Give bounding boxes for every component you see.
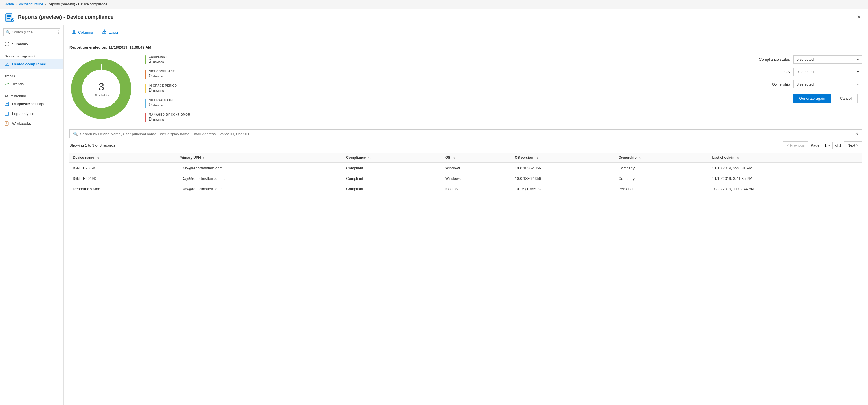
legend-count-not-compliant: 0 devices bbox=[149, 73, 175, 79]
columns-button[interactable]: Columns bbox=[69, 28, 95, 36]
svg-rect-19 bbox=[8, 122, 9, 126]
columns-label: Columns bbox=[78, 30, 93, 34]
sidebar-divider-3 bbox=[0, 90, 63, 90]
ownership-dropdown[interactable]: 3 selected ▾ bbox=[793, 80, 862, 89]
legend-text-grace: IN GRACE PERIOD 0 devices bbox=[149, 84, 177, 93]
report-content: Report generated on: 11/18/2019, 11:06:4… bbox=[64, 39, 868, 405]
legend-bar-compliant bbox=[145, 55, 146, 64]
log-analytics-icon bbox=[5, 111, 9, 116]
breadcrumb-intune[interactable]: Microsoft Intune bbox=[19, 2, 43, 6]
sort-icon-device-name[interactable]: ↑↓ bbox=[96, 156, 99, 159]
sidebar-collapse-button[interactable]: 《 bbox=[55, 30, 59, 35]
filter-row-compliance: Compliance status 5 selected ▾ bbox=[752, 55, 862, 64]
next-button[interactable]: Next > bbox=[844, 141, 862, 149]
sidebar-item-device-compliance[interactable]: Device compliance bbox=[0, 59, 63, 69]
legend-count-grace: 0 devices bbox=[149, 87, 177, 93]
sort-icon-os[interactable]: ↑↓ bbox=[453, 156, 456, 159]
cell-ownership: Company bbox=[615, 173, 709, 184]
search-clear-button[interactable]: ✕ bbox=[855, 132, 859, 136]
filter-row-ownership: Ownership 3 selected ▾ bbox=[752, 80, 862, 89]
device-compliance-icon bbox=[5, 62, 9, 66]
cell-device_name: IGNITE2019D bbox=[69, 173, 176, 184]
legend-count-compliant: 3 devices bbox=[149, 58, 167, 64]
trends-icon bbox=[5, 81, 9, 86]
sort-icon-os-version[interactable]: ↑↓ bbox=[535, 156, 538, 159]
sort-icon-compliance[interactable]: ↑↓ bbox=[368, 156, 371, 159]
sidebar-group-device-management: Device management bbox=[0, 52, 63, 59]
legend-status-not-compliant: NOT COMPLIANT bbox=[149, 70, 175, 73]
svg-rect-4 bbox=[7, 18, 10, 19]
data-table: Device name ↑↓ Primary UPN ↑↓ Compliance… bbox=[69, 153, 862, 194]
cell-device_name: Reporting's Mac bbox=[69, 184, 176, 194]
legend-count-configmgr: 0 devices bbox=[149, 116, 190, 122]
export-icon bbox=[102, 30, 107, 35]
chart-legend-area: 3 DEVICES COMPLIANT 3 devices bbox=[69, 55, 190, 122]
pagination-controls: < Previous Page 1 of 1 Next > bbox=[783, 141, 862, 149]
compliance-status-dropdown[interactable]: 5 selected ▾ bbox=[793, 55, 862, 64]
close-button[interactable]: ✕ bbox=[855, 13, 863, 22]
donut-label: DEVICES bbox=[94, 93, 109, 97]
sidebar-item-diagnostic-settings[interactable]: Diagnostic settings bbox=[0, 99, 63, 109]
cell-os_version: 10.0.18362.356 bbox=[511, 173, 615, 184]
page-select[interactable]: 1 bbox=[822, 142, 833, 149]
pagination-row: Showing 1 to 3 of 3 records < Previous P… bbox=[69, 141, 862, 149]
legend-status-configmgr: MANAGED BY CONFIGMGR bbox=[149, 113, 190, 116]
cell-os_version: 10.0.18362.356 bbox=[511, 163, 615, 173]
legend-item-2: IN GRACE PERIOD 0 devices bbox=[145, 84, 190, 93]
workbooks-icon bbox=[5, 121, 9, 126]
page-title: Reports (preview) - Device compliance bbox=[18, 14, 863, 20]
filter-label-compliance: Compliance status bbox=[752, 57, 790, 62]
legend-text-configmgr: MANAGED BY CONFIGMGR 0 devices bbox=[149, 113, 190, 122]
sidebar-item-label-workbooks: Workbooks bbox=[12, 122, 31, 126]
sort-icon-last-checkin[interactable]: ↑↓ bbox=[737, 156, 740, 159]
breadcrumb-sep2: › bbox=[45, 3, 46, 6]
table-row: IGNITE2019CLDay@reportmsftem.onm...Compl… bbox=[69, 163, 862, 173]
toolbar: Columns Export bbox=[64, 26, 868, 39]
report-generated-text: Report generated on: 11/18/2019, 11:06:4… bbox=[69, 45, 862, 49]
search-bar: 🔍 ✕ bbox=[69, 129, 862, 138]
cell-compliance: Compliant bbox=[343, 163, 442, 173]
cell-last_checkin: 11/10/2019, 3:41:35 PM bbox=[709, 173, 862, 184]
legend-status-grace: IN GRACE PERIOD bbox=[149, 84, 177, 87]
sidebar-divider-2 bbox=[0, 70, 63, 70]
sort-icon-primary-upn[interactable]: ↑↓ bbox=[203, 156, 206, 159]
breadcrumb-home[interactable]: Home bbox=[5, 2, 14, 6]
sidebar-item-label-log-analytics: Log analytics bbox=[12, 111, 34, 116]
os-dropdown[interactable]: 9 selected ▾ bbox=[793, 68, 862, 76]
sidebar-search-input[interactable] bbox=[3, 28, 60, 36]
legend-text-compliant: COMPLIANT 3 devices bbox=[149, 55, 167, 64]
cell-ownership: Company bbox=[615, 163, 709, 173]
chart-filter-row: 3 DEVICES COMPLIANT 3 devices bbox=[69, 55, 862, 122]
col-os-version: OS version ↑↓ bbox=[511, 153, 615, 163]
generate-again-button[interactable]: Generate again bbox=[793, 94, 831, 103]
of-label: of 1 bbox=[835, 143, 841, 147]
sidebar-item-log-analytics[interactable]: Log analytics bbox=[0, 109, 63, 119]
legend-bar-configmgr bbox=[145, 113, 146, 122]
col-compliance: Compliance ↑↓ bbox=[343, 153, 442, 163]
sidebar-item-trends[interactable]: Trends bbox=[0, 79, 63, 89]
legend-bar-not-evaluated bbox=[145, 99, 146, 108]
ownership-value: 3 selected bbox=[797, 82, 814, 87]
cell-primary_upn: LDay@reportmsftem.onm... bbox=[176, 163, 343, 173]
export-button[interactable]: Export bbox=[100, 28, 122, 36]
sort-icon-ownership[interactable]: ↑↓ bbox=[639, 156, 642, 159]
os-dropdown-chevron: ▾ bbox=[857, 70, 859, 74]
sidebar-group-azure-monitor: Azure monitor bbox=[0, 91, 63, 99]
filter-label-os: OS bbox=[752, 70, 790, 74]
legend-status-compliant: COMPLIANT bbox=[149, 55, 167, 58]
legend-text-not-evaluated: NOT EVALUATED 0 devices bbox=[149, 99, 175, 108]
table-header-row: Device name ↑↓ Primary UPN ↑↓ Compliance… bbox=[69, 153, 862, 163]
cancel-button[interactable]: Cancel bbox=[834, 94, 858, 103]
sidebar-item-label-summary: Summary bbox=[12, 42, 28, 46]
sidebar-search-icon: 🔍 bbox=[6, 30, 10, 34]
svg-rect-3 bbox=[7, 16, 11, 17]
cell-primary_upn: LDay@reportmsftem.onm... bbox=[176, 173, 343, 184]
cell-last_checkin: 10/28/2019, 11:02:44 AM bbox=[709, 184, 862, 194]
search-input[interactable] bbox=[80, 132, 852, 136]
sidebar-item-summary[interactable]: Summary bbox=[0, 39, 63, 49]
svg-rect-8 bbox=[7, 44, 7, 45]
svg-rect-22 bbox=[75, 30, 76, 34]
previous-button[interactable]: < Previous bbox=[783, 141, 808, 149]
sidebar-item-label-diagnostic: Diagnostic settings bbox=[12, 102, 44, 106]
sidebar-item-workbooks[interactable]: Workbooks bbox=[0, 119, 63, 128]
